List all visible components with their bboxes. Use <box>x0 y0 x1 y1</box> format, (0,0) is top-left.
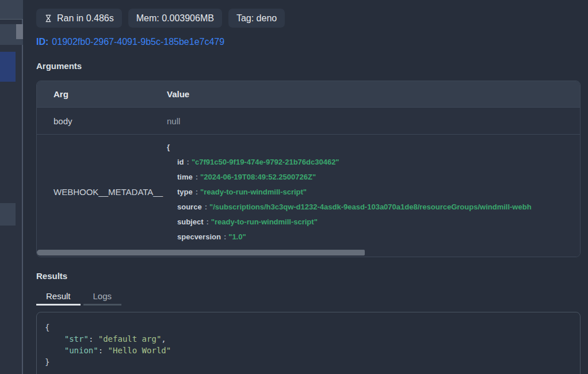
sidebar-selected-node[interactable] <box>0 52 16 82</box>
job-id-link[interactable]: 01902fb0-2967-4091-9b5c-185be1e7c479 <box>52 37 224 47</box>
job-id-line: ID:01902fb0-2967-4091-9b5c-185be1e7c479 <box>36 37 581 47</box>
run-detail-panel: Ran in 0.486s Mem: 0.003906MB Tag: deno … <box>24 0 588 374</box>
scrollbar-thumb[interactable] <box>37 250 365 255</box>
column-header-value: Value <box>167 89 580 99</box>
arg-value-body: null <box>167 116 580 126</box>
tag-badge-label: Tag: deno <box>236 14 277 23</box>
arguments-table: Arg Value body null WEBHOOK__METADATA__ … <box>36 81 581 257</box>
metadata-entry-specversion: specversion:"1.0" <box>167 230 580 245</box>
sidebar-top-node[interactable] <box>0 0 23 20</box>
runtime-badge: Ran in 0.486s <box>36 9 122 28</box>
table-row-webhook-metadata: WEBHOOK__METADATA__ { id:"c7f91c50-9f19-… <box>37 135 580 249</box>
metadata-entry-source: source:"/subscriptions/h3c3qw-d1232-4asd… <box>167 200 580 215</box>
job-id-label: ID: <box>36 37 48 47</box>
result-json-viewer: { "str": "default arg", "union": "Hello … <box>36 312 581 374</box>
table-row-body: body null <box>37 108 580 135</box>
arg-name-body: body <box>37 116 167 126</box>
arg-value-webhook-metadata: { id:"c7f91c50-9f19-474e-9792-21b76dc304… <box>167 135 580 250</box>
column-header-arg: Arg <box>37 89 167 99</box>
results-title: Results <box>36 271 581 281</box>
result-open-brace: { <box>45 322 572 333</box>
arg-name-webhook-metadata: WEBHOOK__METADATA__ <box>37 187 167 197</box>
metadata-open-brace: { <box>167 140 580 155</box>
arguments-table-header: Arg Value <box>37 81 580 108</box>
metadata-entry-subject: subject:"ready-to-run-windmill-script" <box>167 215 580 230</box>
result-line-str: "str": "default arg", <box>45 333 572 345</box>
memory-badge: Mem: 0.003906MB <box>128 9 222 28</box>
arguments-title: Arguments <box>36 61 581 71</box>
tag-badge: Tag: deno <box>228 9 285 28</box>
memory-badge-label: Mem: 0.003906MB <box>136 14 214 23</box>
results-tabs: Result Logs <box>36 288 581 306</box>
left-sidebar <box>0 0 23 374</box>
sidebar-node-handle[interactable] <box>16 24 23 39</box>
metadata-entry-id: id:"c7f91c50-9f19-474e-9792-21b76dc30462… <box>167 155 580 170</box>
metadata-entry-type: type:"ready-to-run-windmill-script" <box>167 185 580 200</box>
tab-logs[interactable]: Logs <box>83 288 122 306</box>
hourglass-icon <box>44 14 52 23</box>
metadata-entry-time: time:"2024-06-19T08:49:52.2500726Z" <box>167 170 580 185</box>
run-stats-badges: Ran in 0.486s Mem: 0.003906MB Tag: deno <box>36 9 581 28</box>
metadata-object-viewer: { id:"c7f91c50-9f19-474e-9792-21b76dc304… <box>167 135 580 250</box>
sidebar-bottom-node[interactable] <box>0 203 16 226</box>
tab-result[interactable]: Result <box>36 288 81 306</box>
runtime-badge-label: Ran in 0.486s <box>57 14 114 23</box>
table-horizontal-scrollbar[interactable] <box>37 249 580 257</box>
result-close-brace: } <box>45 356 572 368</box>
result-line-union: "union": "Hello World" <box>45 345 572 356</box>
sidebar-node[interactable] <box>0 24 23 45</box>
